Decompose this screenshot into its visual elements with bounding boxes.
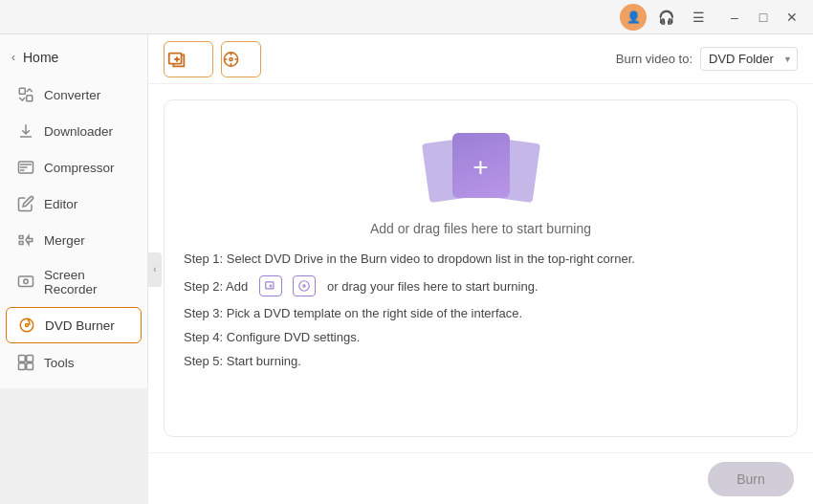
footer: Burn — [148, 452, 813, 504]
svg-point-13 — [230, 57, 232, 60]
window-controls: – □ ✕ — [721, 4, 805, 31]
dvd-burner-label: DVD Burner — [45, 318, 115, 333]
sidebar-item-downloader[interactable]: Downloader — [6, 114, 142, 148]
add-media-button[interactable] — [221, 41, 261, 77]
svg-point-6 — [26, 324, 29, 327]
sidebar-wrapper: ‹ Home Converter — [0, 34, 148, 504]
toolbar-left — [164, 41, 261, 77]
headset-icon[interactable]: 🎧 — [652, 4, 679, 31]
compressor-label: Compressor — [44, 161, 115, 175]
sidebar-item-tools[interactable]: Tools — [6, 345, 142, 380]
svg-point-16 — [303, 285, 305, 287]
back-arrow-icon: ‹ — [11, 51, 15, 64]
sidebar-item-dvd-burner[interactable]: DVD Burner — [6, 307, 142, 343]
editor-icon — [17, 195, 34, 212]
svg-point-5 — [20, 318, 33, 332]
downloader-icon — [17, 122, 34, 140]
minimize-button[interactable]: – — [721, 4, 748, 31]
drop-instruction: Add or drag files here to start burning — [370, 221, 591, 236]
main-area: + Add or drag files here to start burnin… — [148, 84, 813, 452]
svg-point-4 — [24, 279, 29, 284]
svg-rect-1 — [27, 96, 33, 101]
home-nav[interactable]: ‹ Home — [0, 42, 147, 77]
converter-label: Converter — [44, 88, 100, 102]
maximize-button[interactable]: □ — [750, 4, 777, 31]
svg-point-15 — [299, 281, 310, 292]
burn-button[interactable]: Burn — [708, 462, 794, 496]
tools-label: Tools — [44, 356, 75, 370]
svg-rect-14 — [266, 282, 274, 289]
sidebar-item-merger[interactable]: Merger — [6, 223, 142, 257]
sidebar-item-screen-recorder[interactable]: Screen Recorder — [6, 259, 142, 305]
merger-label: Merger — [44, 233, 85, 248]
step2-add-file-icon — [259, 275, 282, 296]
step2-add-media-icon — [293, 275, 316, 296]
folder-plus-icon: + — [472, 154, 488, 181]
sidebar-item-compressor[interactable]: Compressor — [6, 150, 142, 185]
editor-label: Editor — [44, 197, 77, 211]
compressor-icon — [17, 159, 34, 176]
screen-recorder-icon — [17, 274, 34, 291]
dvd-burner-icon — [18, 317, 35, 334]
step-5: Step 5: Start burning. — [184, 354, 778, 368]
step-1: Step 1: Select DVD Drive in the Burn vid… — [184, 252, 778, 266]
step-3: Step 3: Pick a DVD template on the right… — [184, 306, 778, 320]
steps-list: Step 1: Select DVD Drive in the Burn vid… — [184, 252, 778, 368]
svg-rect-9 — [19, 363, 26, 370]
folder-illustration: + — [424, 123, 538, 209]
main-content: Burn video to: DVD Folder DVD Disc ISO F… — [148, 34, 813, 504]
sidebar-item-converter[interactable]: Converter — [6, 77, 142, 112]
svg-rect-7 — [19, 356, 26, 362]
title-bar: 👤 🎧 ☰ – □ ✕ — [0, 0, 813, 34]
drop-zone[interactable]: + Add or drag files here to start burnin… — [164, 99, 798, 437]
user-avatar: 👤 — [620, 4, 647, 31]
folder-main: + — [452, 133, 510, 198]
burn-select-wrapper: DVD Folder DVD Disc ISO File — [700, 47, 798, 71]
step-4: Step 4: Configure DVD settings. — [184, 330, 778, 344]
svg-rect-3 — [19, 276, 33, 287]
add-files-button[interactable] — [164, 41, 213, 77]
svg-rect-0 — [19, 88, 25, 94]
toolbar: Burn video to: DVD Folder DVD Disc ISO F… — [148, 34, 813, 84]
svg-rect-10 — [27, 363, 33, 370]
burn-video-label: Burn video to: — [616, 52, 692, 66]
app-body: ‹ Home Converter — [0, 34, 813, 504]
merger-icon — [17, 231, 34, 249]
home-label: Home — [23, 50, 58, 65]
converter-icon — [17, 86, 34, 103]
close-button[interactable]: ✕ — [779, 4, 805, 31]
settings-icon[interactable]: ☰ — [685, 4, 712, 31]
burn-destination-select[interactable]: DVD Folder DVD Disc ISO File — [700, 47, 798, 71]
screen-recorder-label: Screen Recorder — [44, 268, 130, 296]
svg-rect-8 — [27, 356, 33, 362]
sidebar-collapse-button[interactable]: ‹ — [148, 252, 162, 287]
toolbar-right: Burn video to: DVD Folder DVD Disc ISO F… — [616, 47, 798, 71]
tools-icon — [17, 354, 34, 371]
sidebar-item-editor[interactable]: Editor — [6, 186, 142, 221]
step-2: Step 2: Add — [184, 275, 778, 296]
downloader-label: Downloader — [44, 124, 113, 139]
sidebar: ‹ Home Converter — [0, 34, 148, 388]
